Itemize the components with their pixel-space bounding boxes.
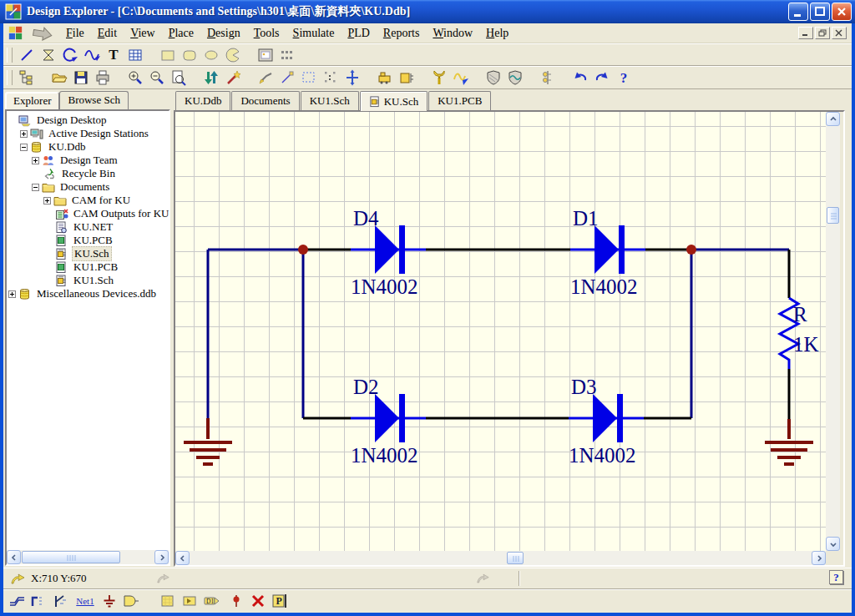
scroll-up-button[interactable] <box>826 112 840 126</box>
shield-button[interactable] <box>483 68 504 88</box>
import-export-button[interactable] <box>200 68 222 88</box>
scroll-thumb[interactable] <box>827 207 839 224</box>
tree-item-active-design-stations[interactable]: Active Design Stations <box>8 127 169 140</box>
expand-box[interactable] <box>20 130 28 138</box>
context-help-button[interactable]: ? <box>829 570 843 584</box>
doc-tab-ku-sch[interactable]: KU.Sch <box>360 91 428 111</box>
tree-item-ku-ddb[interactable]: KU.Ddb <box>8 140 169 154</box>
toolbar-grip[interactable] <box>7 70 13 85</box>
minimize-button[interactable] <box>788 3 808 21</box>
tab-browse-sch[interactable]: Browse Sch <box>59 91 128 109</box>
wire-cutter-button[interactable] <box>255 68 276 88</box>
scroll-thumb[interactable] <box>507 552 524 564</box>
expand-box[interactable] <box>43 197 51 204</box>
tree-horizontal-scrollbar[interactable] <box>7 550 169 564</box>
scroll-right-button[interactable] <box>154 550 169 564</box>
mdi-close-button[interactable] <box>832 27 847 39</box>
shield-wave-button[interactable] <box>504 68 526 88</box>
drag-button[interactable] <box>276 68 298 88</box>
wire-tool-button[interactable] <box>7 592 28 611</box>
rounded-rectangle-tool-button[interactable] <box>179 45 200 64</box>
menu-pld[interactable]: PLD <box>341 26 376 41</box>
power-port-tool-button[interactable] <box>99 592 120 611</box>
app-icon-small[interactable] <box>8 26 23 40</box>
junction-dot[interactable] <box>686 245 696 255</box>
tab-explorer[interactable]: Explorer <box>5 92 59 110</box>
bus-entry-tool-button[interactable] <box>50 592 72 611</box>
tree-item-documents[interactable]: Documents <box>8 180 169 194</box>
doc-tab-ku-ddb[interactable]: KU.Ddb <box>175 91 230 110</box>
expand-box[interactable] <box>8 290 16 298</box>
maximize-button[interactable] <box>810 3 830 21</box>
pin-spacing-button[interactable] <box>537 68 559 88</box>
collapse-box[interactable] <box>20 144 28 151</box>
menu-window[interactable]: Window <box>426 26 479 41</box>
menu-view[interactable]: View <box>124 26 162 41</box>
port-tool-button[interactable]: D1 <box>200 592 225 611</box>
title-bar[interactable]: Design Explorer - [C:\Documents and Sett… <box>0 0 855 23</box>
tree-item-cam-outputs-for-ku[interactable]: CAM Outputs for KU <box>8 207 169 220</box>
pcb-rule-tool-button[interactable]: P <box>269 592 291 611</box>
explorer-toggle-button[interactable] <box>16 68 38 88</box>
print-button[interactable] <box>92 68 114 88</box>
select-area-button[interactable] <box>298 68 320 88</box>
schematic-canvas[interactable]: D4 1N4002 D1 1N4002 <box>175 112 826 551</box>
doc-tab-ku1-pcb[interactable]: KU1.PCB <box>428 91 491 110</box>
doc-tab-documents[interactable]: Documents <box>231 91 299 110</box>
tree-item-ku-net[interactable]: KU.NET <box>8 220 169 234</box>
save-button[interactable] <box>70 68 92 88</box>
scroll-down-button[interactable] <box>826 537 840 551</box>
library-manager-button[interactable] <box>396 68 417 88</box>
tree-item-ku-pcb[interactable]: KU.PCB <box>8 234 169 247</box>
undo-button[interactable] <box>569 68 591 88</box>
deselect-button[interactable] <box>320 68 341 88</box>
wrench-button[interactable] <box>428 68 450 88</box>
polygon-tool-button[interactable] <box>38 45 59 64</box>
bus-tool-button[interactable] <box>28 592 50 611</box>
zoom-in-button[interactable] <box>124 68 146 88</box>
scroll-left-button[interactable] <box>175 551 190 565</box>
menu-tools[interactable]: Tools <box>247 26 286 41</box>
horizontal-scrollbar[interactable] <box>175 551 826 565</box>
zoom-out-button[interactable] <box>146 68 168 88</box>
pie-tool-button[interactable] <box>222 45 244 64</box>
collapse-box[interactable] <box>32 184 39 191</box>
redo-button[interactable] <box>591 68 613 88</box>
line-tool-button[interactable] <box>16 45 38 64</box>
text-tool-button[interactable]: T <box>103 45 124 64</box>
open-document-button[interactable] <box>48 68 70 88</box>
arc-tool-button[interactable] <box>59 45 81 64</box>
tree-item-ku1-pcb[interactable]: KU1.PCB <box>8 260 169 274</box>
no-erc-tool-button[interactable] <box>247 592 269 611</box>
mdi-restore-button[interactable] <box>815 27 830 39</box>
net-label-tool-button[interactable]: Net1 <box>72 592 99 611</box>
image-tool-button[interactable] <box>255 45 276 64</box>
toolbar-grip[interactable] <box>7 48 13 63</box>
junction-dot[interactable] <box>298 245 308 255</box>
scroll-thumb[interactable] <box>22 551 120 563</box>
vertical-scrollbar[interactable] <box>826 112 840 551</box>
doc-tab-ku1-sch[interactable]: KU1.Sch <box>301 91 359 110</box>
menu-place[interactable]: Place <box>162 26 200 41</box>
close-button[interactable] <box>832 3 852 21</box>
tree-item-design-team[interactable]: Design Team <box>8 154 169 167</box>
tree-item-miscellaneous-devices[interactable]: Miscellaneous Devices.ddb <box>8 287 169 300</box>
move-button[interactable] <box>341 68 363 88</box>
scroll-left-button[interactable] <box>7 550 21 564</box>
tree-item-ku-sch[interactable]: KU.Sch <box>8 247 169 260</box>
wizard-button[interactable] <box>222 68 244 88</box>
part-tool-button[interactable] <box>120 592 142 611</box>
tree-item-ku1-sch[interactable]: KU1.Sch <box>8 274 169 287</box>
tree-item-cam-for-ku[interactable]: CAM for KU <box>8 194 169 207</box>
run-simulation-button[interactable] <box>450 68 472 88</box>
part-placer-button[interactable] <box>374 68 396 88</box>
rectangle-tool-button[interactable] <box>157 45 179 64</box>
sheet-entry-tool-button[interactable] <box>179 592 200 611</box>
sheet-symbol-tool-button[interactable] <box>157 592 179 611</box>
ellipse-tool-button[interactable] <box>200 45 222 64</box>
array-tool-button[interactable] <box>276 45 298 64</box>
table-tool-button[interactable] <box>124 45 146 64</box>
expand-box[interactable] <box>32 157 39 164</box>
help-button[interactable]: ? <box>613 68 635 88</box>
menu-reports[interactable]: Reports <box>377 26 427 41</box>
